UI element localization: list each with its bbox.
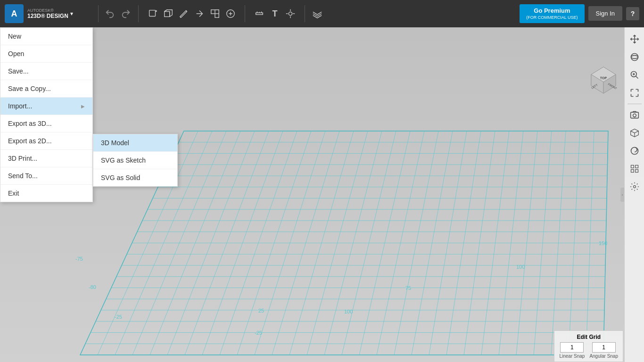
- import-submenu-arrow: ▶: [81, 104, 85, 109]
- brand-label: AUTODESK®: [27, 8, 68, 13]
- right-separator-1: [627, 104, 642, 104]
- view-cube[interactable]: TOP LEFT FRONT: [586, 61, 620, 95]
- separator-2: [138, 5, 139, 22]
- materials-button[interactable]: [627, 143, 643, 159]
- header-right: Go Premium (FOR COMMERCIAL USE) Sign In …: [520, 4, 644, 24]
- angular-snap-label: Angular Snap: [589, 354, 618, 359]
- svg-rect-35: [635, 170, 638, 173]
- 3d-grid-canvas: [0, 27, 644, 362]
- zoom-button[interactable]: [627, 67, 643, 83]
- toolbar: T: [102, 5, 520, 22]
- screenshot-button[interactable]: [627, 107, 643, 123]
- main-area: New Open Save... Save a Copy... Import..…: [0, 27, 644, 362]
- menu-item-export-3d[interactable]: Export as 3D...: [0, 115, 92, 132]
- autodesk-logo-icon: A: [5, 4, 24, 23]
- text-button[interactable]: T: [267, 6, 282, 21]
- view-cube-button[interactable]: [627, 125, 643, 141]
- modify-button[interactable]: [223, 6, 238, 21]
- menu-item-save-copy[interactable]: Save a Copy...: [0, 80, 92, 98]
- menu-item-3dprint[interactable]: 3D Print...: [0, 150, 92, 167]
- menu-item-sendto[interactable]: Send To...: [0, 167, 92, 185]
- linear-snap-value[interactable]: 1: [560, 342, 584, 353]
- pan-button[interactable]: [627, 31, 643, 47]
- tool-group-1: [145, 6, 238, 21]
- svg-rect-33: [635, 165, 638, 168]
- linear-snap-label: Linear Snap: [559, 354, 585, 359]
- grid-settings-button[interactable]: [627, 161, 643, 177]
- fit-button[interactable]: [627, 85, 643, 101]
- menu-item-import[interactable]: Import... ▶: [0, 98, 92, 115]
- separator-4: [305, 5, 305, 22]
- view-cube-svg: TOP LEFT FRONT: [586, 61, 620, 95]
- snap-button[interactable]: [283, 6, 298, 21]
- submenu-item-3dmodel[interactable]: 3D Model: [93, 134, 177, 152]
- sketch-button[interactable]: [176, 6, 191, 21]
- separator-3: [245, 5, 245, 22]
- svg-rect-32: [631, 165, 634, 168]
- logo-area[interactable]: A AUTODESK® 123D® DESIGN ▾: [0, 4, 94, 23]
- new-shape-button[interactable]: [145, 6, 160, 21]
- snap-row: 1 Linear Snap 1 Angular Snap: [559, 342, 618, 359]
- menu-item-open[interactable]: Open: [0, 45, 92, 63]
- layers-button[interactable]: [310, 6, 325, 21]
- undo-button[interactable]: [102, 6, 117, 21]
- svg-rect-9: [215, 14, 219, 17]
- angular-snap-value[interactable]: 1: [592, 342, 616, 353]
- svg-point-24: [631, 56, 638, 59]
- submenu-item-svg-solid[interactable]: SVG as Solid: [93, 169, 177, 186]
- svg-rect-2: [149, 10, 156, 16]
- menu-item-exit[interactable]: Exit: [0, 185, 92, 202]
- product-label: 123D® DESIGN: [27, 13, 68, 19]
- svg-text:A: A: [11, 9, 17, 18]
- submenu-item-svg-sketch[interactable]: SVG as Sketch: [93, 152, 177, 169]
- svg-rect-5: [165, 11, 170, 16]
- svg-rect-34: [631, 170, 634, 173]
- angular-snap-item: 1 Angular Snap: [589, 342, 618, 359]
- measure-button[interactable]: [252, 6, 267, 21]
- tool-group-2: T: [252, 6, 298, 21]
- orbit-button[interactable]: [627, 49, 643, 65]
- logo-dropdown-arrow[interactable]: ▾: [70, 10, 73, 17]
- linear-snap-item: 1 Linear Snap: [559, 342, 585, 359]
- transform-button[interactable]: [192, 6, 207, 21]
- svg-line-26: [636, 76, 638, 79]
- svg-point-15: [289, 12, 292, 15]
- svg-text:TOP: TOP: [600, 76, 607, 80]
- svg-point-36: [633, 186, 636, 188]
- menu-item-new[interactable]: New: [0, 28, 92, 45]
- panel-collapse-handle[interactable]: ‹: [620, 188, 624, 202]
- import-submenu: 3D Model SVG as Sketch SVG as Solid: [93, 134, 178, 187]
- svg-rect-11: [256, 13, 263, 15]
- svg-rect-8: [211, 10, 215, 14]
- edit-grid-panel: Edit Grid 1 Linear Snap 1 Angular Snap: [554, 330, 623, 362]
- right-panel: [624, 27, 644, 362]
- help-button[interactable]: ?: [626, 7, 639, 20]
- file-dropdown-menu: New Open Save... Save a Copy... Import..…: [0, 27, 93, 202]
- header: A AUTODESK® 123D® DESIGN ▾: [0, 0, 644, 27]
- box-button[interactable]: [161, 6, 176, 21]
- signin-button[interactable]: Sign In: [588, 6, 622, 21]
- menu-item-export-2d[interactable]: Export as 2D...: [0, 132, 92, 150]
- edit-grid-title: Edit Grid: [559, 334, 618, 340]
- svg-point-30: [633, 114, 636, 117]
- settings-button[interactable]: [627, 179, 643, 195]
- redo-button[interactable]: [118, 6, 133, 21]
- menu-item-save[interactable]: Save...: [0, 63, 92, 80]
- svg-point-23: [631, 54, 638, 61]
- premium-button[interactable]: Go Premium (FOR COMMERCIAL USE): [520, 4, 584, 24]
- combine-button[interactable]: [207, 6, 223, 21]
- separator-1: [98, 5, 99, 22]
